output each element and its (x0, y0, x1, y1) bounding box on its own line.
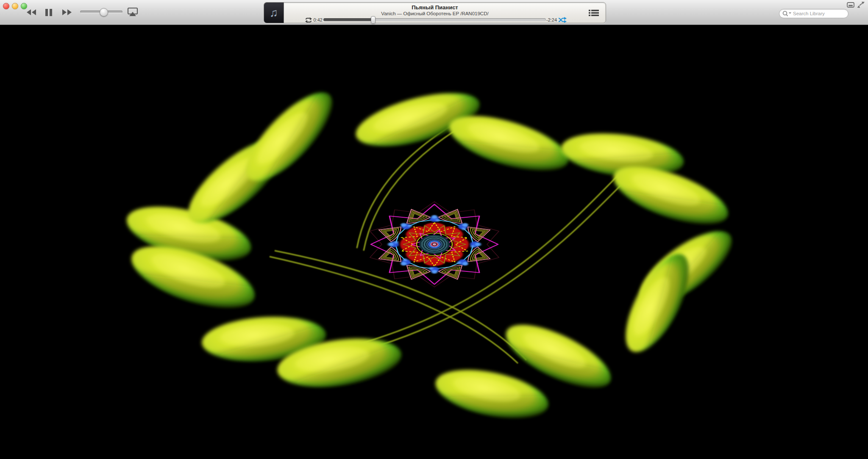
up-next-button[interactable] (589, 10, 599, 18)
search-field (779, 9, 849, 18)
elapsed-time: 0:42 (310, 17, 323, 22)
close-button[interactable] (3, 3, 9, 9)
pause-icon (45, 9, 53, 16)
mandala-petal-cluster (466, 222, 495, 242)
up-next-list-icon (589, 10, 599, 16)
mandala-blue-blob (429, 267, 439, 274)
volume-slider[interactable] (80, 11, 122, 13)
butterfly-lower-right (431, 312, 619, 426)
play-pause-button[interactable] (45, 9, 53, 16)
progress-bar[interactable] (323, 18, 546, 21)
mandala-blue-blob (388, 241, 399, 247)
rewind-icon (26, 9, 36, 16)
visualizer-canvas (0, 0, 868, 459)
search-input[interactable] (792, 10, 846, 17)
mandala-petal-cluster (400, 264, 431, 282)
butterfly-petal (234, 80, 345, 193)
fast-forward-icon (62, 9, 72, 16)
mandala-petal-cluster (437, 264, 469, 282)
progress-fill (323, 18, 373, 21)
butterfly-bottom (200, 313, 404, 393)
mandala-core (419, 235, 450, 254)
shuffle-icon (558, 17, 567, 23)
mandala-petal-cluster (374, 246, 403, 266)
track-title: Пьяный Пианист (285, 4, 584, 11)
shuffle-button[interactable] (558, 17, 567, 25)
track-info: Vanich — Офисный Оборотень EP /RAN019CD/ (285, 11, 584, 16)
mandala-petal-cluster (466, 246, 495, 266)
mandala-petal-cluster (400, 206, 431, 225)
mandala-blue-blob (430, 215, 440, 222)
rewind-button[interactable] (26, 9, 36, 16)
mini-player-icon (847, 2, 854, 8)
butterfly-upper-right (559, 127, 734, 236)
mini-player-button[interactable] (847, 2, 854, 9)
fullscreen-icon (857, 2, 865, 8)
airplay-button[interactable] (127, 7, 138, 17)
minimize-button[interactable] (12, 3, 18, 9)
volume-knob[interactable] (100, 8, 108, 17)
butterfly-right (613, 218, 742, 361)
toolbar: ♫ Пьяный Пианист Vanich — Офисный Оборот… (0, 0, 868, 25)
mandala-petal-cluster (374, 222, 403, 242)
trail-arc (314, 174, 626, 362)
lcd-display: ♫ Пьяный Пианист Vanich — Офисный Оборот… (264, 2, 606, 23)
zoom-button[interactable] (21, 3, 27, 9)
mandala-petal-cluster (437, 206, 469, 225)
butterfly-top (351, 83, 574, 182)
search-icon (782, 11, 792, 17)
itunes-window: ♫ Пьяный Пианист Vanich — Офисный Оборот… (0, 0, 868, 459)
butterfly-petal (431, 361, 552, 426)
lcd-transport-row: 0:42 -2:24 (264, 17, 606, 23)
fullscreen-button[interactable] (857, 2, 865, 10)
progress-knob[interactable] (371, 16, 376, 24)
butterfly-upper-left (176, 80, 344, 236)
mandala (370, 202, 499, 287)
fast-forward-button[interactable] (62, 9, 72, 16)
airplay-icon (127, 7, 138, 17)
mandala-blue-blob (470, 241, 481, 248)
